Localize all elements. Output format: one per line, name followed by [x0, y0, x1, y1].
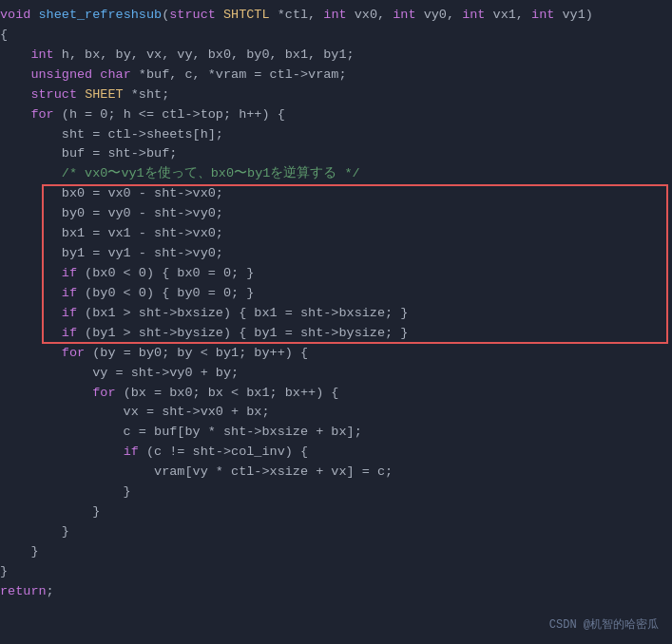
code-line: }: [0, 542, 672, 562]
code-line: buf = sht->buf;: [0, 144, 672, 164]
code-text: if (by1 > sht->bysize) { by1 = sht->bysi…: [0, 324, 408, 344]
code-line: for (by = by0; by < by1; by++) {: [0, 344, 672, 364]
code-line: struct SHEET *sht;: [0, 85, 672, 105]
code-line: for (h = 0; h <= ctl->top; h++) {: [0, 105, 672, 125]
code-text: for (by = by0; by < by1; by++) {: [0, 344, 308, 364]
code-line: if (by0 < 0) { by0 = 0; }: [0, 284, 672, 304]
code-text: vy = sht->vy0 + by;: [0, 364, 239, 384]
code-text: return;: [0, 582, 54, 602]
code-text: int h, bx, by, vx, vy, bx0, by0, bx1, by…: [0, 46, 355, 66]
code-line: }: [0, 562, 672, 582]
code-text: void sheet_refreshsub(struct SHTCTL *ctl…: [0, 6, 593, 26]
code-line: }: [0, 522, 672, 542]
code-line: unsigned char *buf, c, *vram = ctl->vram…: [0, 66, 672, 85]
code-line: }: [0, 502, 672, 522]
code-line: }: [0, 483, 672, 502]
code-text: struct SHEET *sht;: [0, 85, 169, 105]
code-text: }: [0, 483, 131, 502]
code-text: c = buf[by * sht->bxsize + bx];: [0, 423, 362, 443]
code-line: vy = sht->vy0 + by;: [0, 364, 672, 384]
code-line: bx0 = vx0 - sht->vx0;: [0, 184, 672, 204]
code-text: }: [0, 502, 100, 522]
code-text: /* vx0〜vy1を使って、bx0〜by1を逆算する */: [0, 164, 360, 184]
code-line: return;: [0, 582, 672, 602]
code-text: vx = sht->vx0 + bx;: [0, 403, 270, 423]
code-line: for (bx = bx0; bx < bx1; bx++) {: [0, 384, 672, 404]
code-text: if (by0 < 0) { by0 = 0; }: [0, 284, 254, 304]
code-text: }: [0, 562, 8, 582]
code-text: sht = ctl->sheets[h];: [0, 125, 223, 145]
code-text: by1 = vy1 - sht->vy0;: [0, 244, 223, 264]
code-text: bx1 = vx1 - sht->vx0;: [0, 224, 223, 244]
code-text: if (bx1 > sht->bxsize) { bx1 = sht->bxsi…: [0, 304, 408, 324]
code-line: void sheet_refreshsub(struct SHTCTL *ctl…: [0, 6, 672, 26]
code-line: by1 = vy1 - sht->vy0;: [0, 244, 672, 264]
code-text: if (bx0 < 0) { bx0 = 0; }: [0, 264, 254, 284]
code-text: }: [0, 542, 39, 562]
code-text: if (c != sht->col_inv) {: [0, 443, 308, 463]
code-line: c = buf[by * sht->bxsize + bx];: [0, 423, 672, 443]
code-text: unsigned char *buf, c, *vram = ctl->vram…: [0, 66, 347, 85]
code-text: }: [0, 522, 69, 542]
code-text: vram[vy * ctl->xsize + vx] = c;: [0, 463, 393, 483]
code-text: buf = sht->buf;: [0, 144, 177, 164]
code-line: {: [0, 26, 672, 46]
code-line: if (c != sht->col_inv) {: [0, 443, 672, 463]
watermark: CSDN @机智的哈密瓜: [549, 616, 659, 635]
code-line: if (bx1 > sht->bxsize) { bx1 = sht->bxsi…: [0, 304, 672, 324]
code-line: if (bx0 < 0) { bx0 = 0; }: [0, 264, 672, 284]
code-line: sht = ctl->sheets[h];: [0, 125, 672, 145]
code-text: bx0 = vx0 - sht->vx0;: [0, 184, 223, 204]
code-line: int h, bx, by, vx, vy, bx0, by0, bx1, by…: [0, 46, 672, 66]
code-line: /* vx0〜vy1を使って、bx0〜by1を逆算する */: [0, 164, 672, 184]
code-line: bx1 = vx1 - sht->vx0;: [0, 224, 672, 244]
code-line: vx = sht->vx0 + bx;: [0, 403, 672, 423]
code-editor: void sheet_refreshsub(struct SHTCTL *ctl…: [0, 0, 672, 644]
code-text: for (bx = bx0; bx < bx1; bx++) {: [0, 384, 338, 404]
code-line: vram[vy * ctl->xsize + vx] = c;: [0, 463, 672, 483]
code-lines: void sheet_refreshsub(struct SHTCTL *ctl…: [0, 6, 672, 602]
code-line: if (by1 > sht->bysize) { by1 = sht->bysi…: [0, 324, 672, 344]
code-text: for (h = 0; h <= ctl->top; h++) {: [0, 105, 285, 125]
code-text: by0 = vy0 - sht->vy0;: [0, 204, 223, 224]
code-line: by0 = vy0 - sht->vy0;: [0, 204, 672, 224]
code-text: {: [0, 26, 8, 46]
